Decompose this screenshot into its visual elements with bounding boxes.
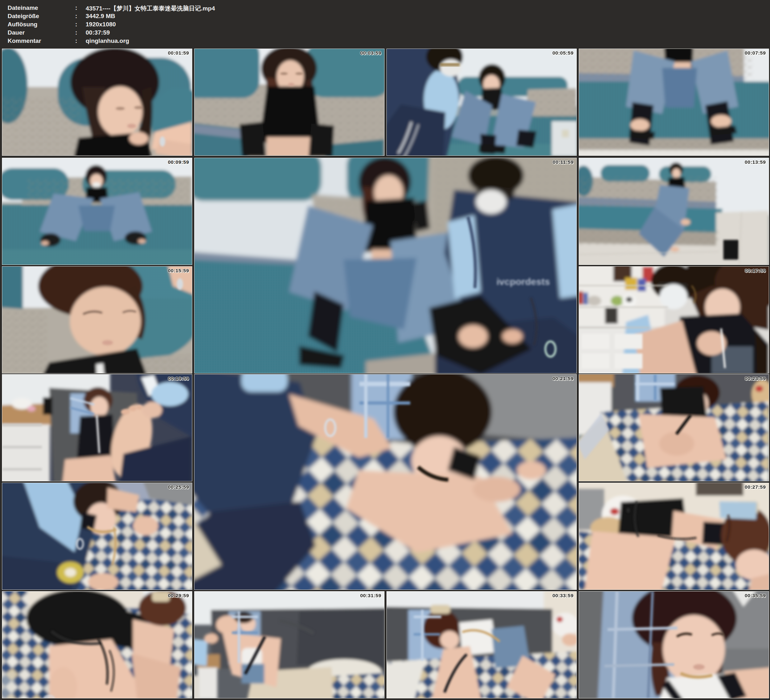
svg-text:ivcpordests: ivcpordests bbox=[497, 276, 550, 287]
